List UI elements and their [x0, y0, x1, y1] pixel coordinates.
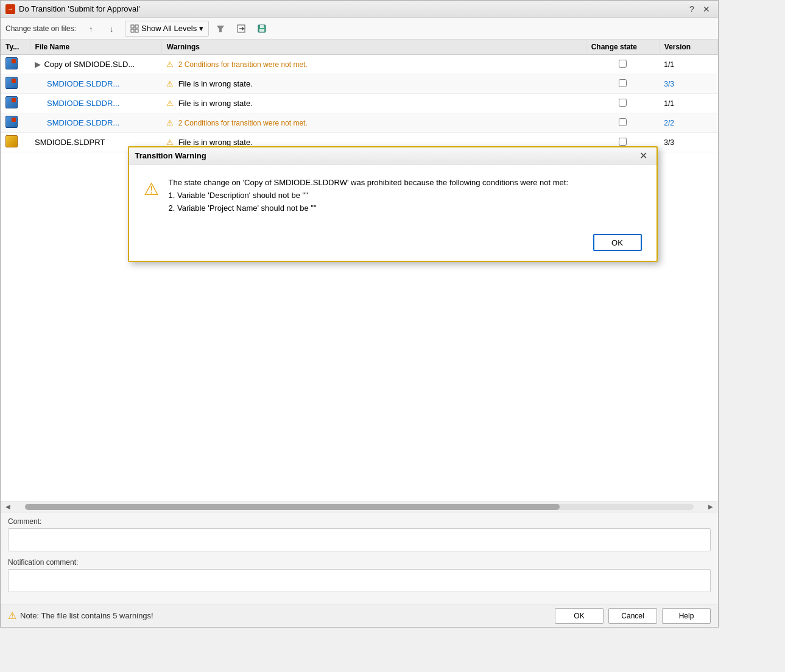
dialog-condition-1: 1. Variable 'Description' should not be …	[169, 191, 308, 200]
dialog-title-bar: Transition Warning ✕	[129, 147, 657, 164]
help-button[interactable]: Help	[662, 608, 711, 624]
filename-cell[interactable]: SMDIODE.SLDDR...	[30, 113, 161, 133]
title-text: Do Transition 'Submit for Approval'	[19, 4, 681, 13]
change-state-checkbox[interactable]	[619, 118, 627, 126]
status-warning-text: Note: The file list contains 5 warnings!	[20, 611, 153, 620]
dialog-warning-icon: ⚠	[144, 179, 159, 199]
export-button[interactable]	[232, 21, 250, 37]
file-table-container: Ty... File Name Warnings Change state Ve…	[1, 40, 718, 501]
sort-desc-button[interactable]: ↓	[104, 21, 122, 37]
dropdown-arrow: ▾	[199, 24, 203, 33]
transition-warning-dialog: Transition Warning ✕ ⚠ The state change …	[128, 146, 658, 262]
filter-icon	[216, 24, 225, 34]
filter-button[interactable]	[211, 21, 230, 37]
warnings-cell: ⚠ 2 Conditions for transition were not m…	[161, 55, 586, 74]
scrollbar-thumb[interactable]	[25, 504, 560, 510]
filename-text: SMDIODE.SLDPRT	[35, 138, 105, 147]
svg-rect-11	[260, 25, 264, 28]
ok-button[interactable]: OK	[555, 608, 604, 624]
warning-text: File is in wrong state.	[178, 99, 253, 108]
change-state-cell[interactable]	[586, 74, 659, 94]
dialog-title-text: Transition Warning	[135, 151, 637, 160]
filename-link[interactable]: SMDIODE.SLDDR...	[47, 118, 119, 127]
comment-label: Comment:	[8, 517, 711, 526]
svg-rect-3	[135, 25, 138, 28]
scroll-right-arrow[interactable]: ▶	[706, 502, 716, 512]
scrollbar-track	[25, 504, 694, 510]
dialog-close-button[interactable]: ✕	[637, 150, 650, 162]
horizontal-scrollbar[interactable]: ◀ ▶	[1, 501, 718, 512]
col-header-warnings: Warnings	[161, 40, 586, 55]
warning-text: File is in wrong state.	[178, 79, 253, 88]
dialog-footer: OK	[129, 227, 657, 261]
dialog-content: ⚠ The state change on 'Copy of SMDIODE.S…	[129, 164, 657, 227]
warning-text: 2 Conditions for transition were not met…	[178, 119, 308, 127]
change-state-checkbox[interactable]	[619, 138, 627, 146]
type-cell	[1, 74, 30, 94]
toolbar-label: Change state on files:	[5, 24, 76, 33]
dialog-condition-2: 2. Variable 'Project Name' should not be…	[169, 203, 317, 213]
filename-cell[interactable]: SMDIODE.SLDDR...	[30, 74, 161, 94]
title-bar: Do Transition 'Submit for Approval' ? ✕	[1, 1, 718, 18]
toolbar: Change state on files: ↑ ↓ Show All Leve…	[1, 18, 718, 40]
filename-link[interactable]: SMDIODE.SLDDR...	[47, 79, 119, 88]
svg-marker-6	[217, 26, 224, 32]
version-cell: 2/2	[659, 113, 717, 133]
svg-text:↓: ↓	[110, 24, 114, 34]
save-button[interactable]	[253, 21, 271, 37]
version-cell: 1/1	[659, 94, 717, 113]
type-cell	[1, 133, 30, 152]
levels-icon	[130, 24, 139, 33]
change-state-cell[interactable]	[586, 94, 659, 113]
table-row: SMDIODE.SLDDR... ⚠ File is in wrong stat…	[1, 74, 718, 94]
type-cell	[1, 94, 30, 113]
dialog-ok-button[interactable]: OK	[593, 234, 642, 251]
warning-icon: ⚠	[166, 118, 174, 127]
table-row: SMDIODE.SLDDR... ⚠ 2 Conditions for tran…	[1, 113, 718, 133]
version-cell: 3/3	[659, 133, 717, 152]
warning-icon: ⚠	[166, 79, 174, 88]
cancel-button[interactable]: Cancel	[608, 608, 657, 624]
file-table: Ty... File Name Warnings Change state Ve…	[1, 40, 718, 152]
comment-panel: Comment: Notification comment:	[1, 512, 718, 604]
warnings-cell: ⚠ File is in wrong state.	[161, 74, 586, 94]
change-state-checkbox[interactable]	[619, 60, 627, 68]
col-header-changestate: Change state	[586, 40, 659, 55]
comment-input[interactable]	[8, 528, 711, 551]
title-controls: ? ✕	[685, 3, 713, 15]
show-all-levels-button[interactable]: Show All Levels ▾	[125, 21, 209, 37]
close-button[interactable]: ✕	[700, 3, 713, 15]
filename-cell[interactable]: ▶ Copy of SMDIODE.SLD...	[30, 55, 161, 74]
warning-icon: ⚠	[166, 138, 174, 147]
scroll-left-arrow[interactable]: ◀	[3, 502, 13, 512]
change-state-cell[interactable]	[586, 55, 659, 74]
sort-desc-icon: ↓	[108, 24, 118, 34]
col-header-filename: File Name	[30, 40, 161, 55]
warning-text: 2 Conditions for transition were not met…	[178, 60, 308, 69]
change-state-cell[interactable]	[586, 113, 659, 133]
svg-rect-12	[259, 29, 264, 32]
version-cell: 3/3	[659, 74, 717, 94]
sort-asc-button[interactable]: ↑	[83, 21, 102, 37]
save-icon	[257, 24, 267, 34]
filename-cell[interactable]: SMDIODE.SLDDR...	[30, 94, 161, 113]
status-warning-icon: ⚠	[8, 610, 16, 621]
help-button[interactable]: ?	[685, 3, 699, 15]
filename-link[interactable]: SMDIODE.SLDDR...	[47, 99, 119, 108]
show-all-levels-label: Show All Levels	[141, 24, 197, 33]
notification-input[interactable]	[8, 569, 711, 592]
type-cell	[1, 55, 30, 74]
col-header-version: Version	[659, 40, 717, 55]
sort-asc-icon: ↑	[88, 24, 97, 34]
warning-icon: ⚠	[166, 99, 174, 108]
dialog-message: The state change on 'Copy of SMDIODE.SLD…	[169, 177, 642, 214]
warnings-cell: ⚠ File is in wrong state.	[161, 94, 586, 113]
svg-text:↑: ↑	[89, 24, 93, 34]
table-row: SMDIODE.SLDDR... ⚠ File is in wrong stat…	[1, 94, 718, 113]
warning-icon: ⚠	[166, 60, 174, 69]
change-state-checkbox[interactable]	[619, 99, 627, 107]
table-header: Ty... File Name Warnings Change state Ve…	[1, 40, 718, 55]
warning-text: File is in wrong state.	[178, 138, 253, 147]
notification-label: Notification comment:	[8, 558, 711, 567]
change-state-checkbox[interactable]	[619, 79, 627, 87]
